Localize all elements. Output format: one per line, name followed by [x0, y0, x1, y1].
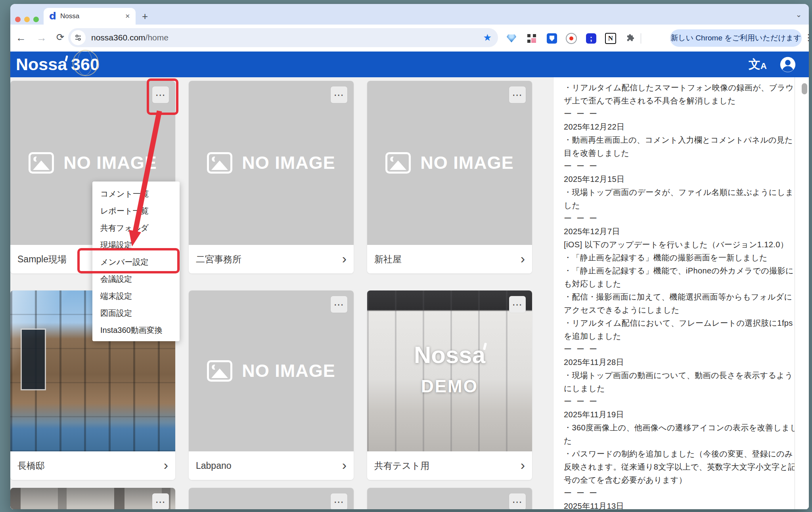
- macos-close-button[interactable]: [15, 17, 21, 22]
- chevron-right-icon: ›: [342, 252, 347, 265]
- site-card[interactable]: NO IMAGE Nossa DEMO ⋯ 新社屋 ›: [367, 81, 532, 273]
- card-context-menu: コメント一覧 レポート一覧 共有フォルダ 現場設定 メンバー設定 会議設定 端末…: [92, 181, 180, 341]
- vimium-extension-icon[interactable]: [506, 32, 517, 44]
- site-card-partial[interactable]: ⋯: [367, 488, 532, 509]
- screenshot-stage: d Nossa ✕ + ⌄ ← → ⟳ noss: [0, 0, 812, 512]
- site-card[interactable]: NO IMAGE Nossa DEMO ⋯ 二宮事務所 ›: [189, 81, 354, 273]
- site-card-thumbnail[interactable]: ⋯: [367, 488, 532, 509]
- forward-icon: →: [36, 32, 47, 44]
- url-text[interactable]: nossa360.com/home: [91, 33, 483, 42]
- account-icon[interactable]: [779, 55, 797, 74]
- site-card-partial[interactable]: ⋯: [10, 488, 175, 509]
- tab-close-icon[interactable]: ✕: [123, 11, 132, 21]
- context-menu-item[interactable]: 端末設定: [92, 288, 180, 305]
- changelog-line: ・リアルタイム配信において、フレームレートの選択肢に1fpsを追加しました: [564, 317, 798, 343]
- context-menu-item[interactable]: レポート一覧: [92, 203, 180, 220]
- no-image-placeholder: NO IMAGE: [189, 290, 354, 451]
- site-card-title: 新社屋: [374, 253, 521, 266]
- recorder-extension-icon[interactable]: [565, 32, 577, 44]
- context-menu-item[interactable]: Insta360動画変換: [92, 322, 180, 339]
- changelog-line: ーーー: [564, 160, 798, 173]
- notion-extension-icon[interactable]: N: [605, 32, 617, 44]
- site-card-thumbnail[interactable]: NO IMAGE Nossa DEMO ⋯: [189, 290, 354, 451]
- site-card[interactable]: NO IMAGE Nossa DEMO ⋯ 共有テスト用 ›: [367, 290, 532, 480]
- card-menu-button[interactable]: ⋯: [509, 86, 526, 103]
- chevron-right-icon: ›: [521, 458, 525, 472]
- back-icon[interactable]: ←: [16, 32, 26, 44]
- context-menu-item[interactable]: 会議設定: [92, 271, 180, 288]
- site-card-title-row[interactable]: 二宮事務所 ›: [189, 245, 354, 273]
- site-card-thumbnail[interactable]: ⋯: [10, 488, 175, 509]
- semicolon-extension-icon[interactable]: ;: [585, 32, 597, 44]
- changelog-line: ーーー: [564, 107, 798, 120]
- changelog-line: 2025年11月19日: [564, 408, 798, 421]
- chevron-right-icon: ›: [164, 458, 168, 472]
- new-tab-button[interactable]: +: [142, 10, 148, 23]
- changelog-scrollbar[interactable]: [795, 77, 809, 509]
- site-card-title: Labpano: [196, 460, 342, 471]
- app-navbar: Nossa 360 文A: [10, 52, 809, 77]
- site-card-partial[interactable]: ⋯: [189, 488, 354, 509]
- extensions-puzzle-icon[interactable]: [624, 32, 636, 44]
- changelog-line: [iOS] 以下のアップデートを行いました（バージョン1.12.0）: [564, 238, 798, 251]
- chrome-update-button[interactable]: 新しい Chrome をご利用いただけます: [670, 29, 802, 47]
- nossa360-logo[interactable]: Nossa 360: [16, 55, 100, 74]
- card-menu-button[interactable]: ⋯: [331, 86, 347, 103]
- changelog-line: ーーー: [564, 487, 798, 500]
- chevron-right-icon: ›: [342, 458, 347, 472]
- changelog-line: 2025年12月15日: [564, 173, 798, 186]
- context-menu-item[interactable]: 共有フォルダ: [92, 220, 180, 237]
- site-card-thumbnail[interactable]: ⋯: [189, 488, 354, 509]
- site-card-title-row[interactable]: 共有テスト用 ›: [367, 451, 532, 480]
- browser-toolbar: ← → ⟳ nossa360.com/home ★ ;: [10, 25, 809, 52]
- site-card-title-row[interactable]: Labpano ›: [189, 451, 354, 480]
- card-menu-button[interactable]: ⋯: [331, 296, 347, 313]
- site-card-title-row[interactable]: 長橋邸 ›: [10, 451, 175, 480]
- card-menu-button[interactable]: ⋯: [152, 493, 169, 509]
- site-card-thumbnail[interactable]: NO IMAGE Nossa DEMO ⋯: [367, 81, 532, 245]
- translate-icon[interactable]: 文A: [749, 56, 767, 73]
- card-menu-button[interactable]: ⋯: [331, 493, 347, 509]
- macos-zoom-button[interactable]: [33, 17, 39, 22]
- context-menu-item[interactable]: コメント一覧: [92, 185, 180, 203]
- nossa-favicon-icon: d: [49, 10, 56, 22]
- bitwarden-extension-icon[interactable]: [546, 32, 558, 44]
- tab-strip: d Nossa ✕ + ⌄: [10, 4, 809, 25]
- site-card-thumbnail[interactable]: NO IMAGE Nossa DEMO ⋯: [367, 290, 532, 451]
- card-menu-button[interactable]: ⋯: [509, 493, 526, 509]
- context-menu-item[interactable]: 現場設定: [92, 237, 180, 254]
- macos-minimize-button[interactable]: [24, 17, 30, 22]
- changelog-line: 2025年12月7日: [564, 225, 798, 238]
- site-card-title: 長橋邸: [17, 460, 164, 472]
- scrollbar-thumb[interactable]: [802, 83, 807, 94]
- bookmark-star-icon[interactable]: ★: [483, 32, 492, 43]
- context-menu-item[interactable]: 図面設定: [92, 305, 180, 322]
- chrome-menu-icon[interactable]: ⋮: [804, 32, 809, 43]
- changelog-line: 2025年11月28日: [564, 356, 798, 369]
- page-content: NO IMAGE Nossa DEMO ⋯ Sample現場 ›: [10, 77, 809, 509]
- changelog-line: ・配信・撮影画面に加えて、機能選択画面等からもフォルダにアクセスできるようにしま…: [564, 290, 798, 317]
- site-card-thumbnail[interactable]: NO IMAGE Nossa DEMO ⋯: [189, 81, 354, 245]
- toolbar-divider: [641, 33, 641, 44]
- qr-extension-icon[interactable]: [526, 32, 538, 44]
- site-card-title-row[interactable]: 新社屋 ›: [367, 245, 532, 273]
- reload-icon[interactable]: ⟳: [56, 32, 64, 43]
- tab-title: Nossa: [60, 12, 124, 20]
- tab-search-icon[interactable]: ⌄: [796, 10, 802, 19]
- card-menu-button[interactable]: ⋯: [152, 86, 169, 103]
- logo-text: Nossa: [16, 55, 67, 74]
- browser-tab[interactable]: d Nossa ✕: [44, 8, 136, 25]
- browser-window: d Nossa ✕ + ⌄ ← → ⟳ noss: [10, 4, 809, 509]
- logo-360-globe: 360: [71, 55, 100, 74]
- url-bar[interactable]: nossa360.com/home ★: [68, 28, 498, 47]
- changelog-line: ・リアルタイム配信したスマートフォン映像の録画が、ブラウザ上で歪んで再生される不…: [564, 81, 798, 107]
- image-placeholder-icon: [29, 152, 54, 174]
- changelog-panel[interactable]: ・リアルタイム配信したスマートフォン映像の録画が、ブラウザ上で歪んで再生される不…: [553, 77, 805, 509]
- site-card[interactable]: NO IMAGE Nossa DEMO ⋯ Labpano ›: [189, 290, 354, 480]
- context-menu-item[interactable]: メンバー設定: [92, 254, 180, 271]
- demo-overlay: Nossa DEMO: [367, 290, 532, 449]
- changelog-line: ・動画再生画面上の、コメント入力欄とコメントパネルの見た目を改善しました: [564, 134, 798, 160]
- changelog-line: ・「静止画を記録する」機能の撮影画面を一新しました: [564, 251, 798, 264]
- card-menu-button[interactable]: ⋯: [509, 296, 526, 313]
- site-settings-icon[interactable]: [71, 30, 86, 45]
